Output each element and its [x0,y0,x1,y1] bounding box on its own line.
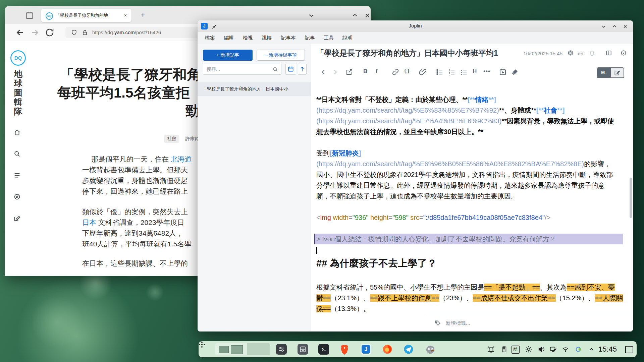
url-scheme: https://dq. [92,29,114,35]
brightness-icon[interactable] [525,346,532,353]
reload-icon[interactable] [45,27,55,38]
browser-tab[interactable]: DQ 「學校是長了獠牙和角的地 × [41,9,131,22]
italic-icon[interactable]: I [375,68,378,76]
brave-browser-icon[interactable] [339,344,350,355]
note-properties-info-icon[interactable] [620,50,627,56]
inline-code-icon[interactable]: {;} [404,68,410,76]
settings-app-icon[interactable] [276,344,287,355]
workspace-2[interactable] [247,343,270,355]
shield-icon[interactable] [71,29,77,36]
telegram-app-icon[interactable] [403,344,414,355]
richtext-editor-button[interactable] [611,68,624,77]
sort-order-button[interactable] [298,64,307,75]
attach-file-icon[interactable] [419,68,427,76]
forward-icon[interactable] [30,27,40,38]
nav-back-icon[interactable] [320,68,328,76]
search-input[interactable]: 搜尋... [203,64,281,75]
numbered-list-icon[interactable] [448,68,456,76]
markdown-editor-button[interactable]: M↓ [597,68,611,77]
tray-expander-chevron-icon[interactable] [588,346,595,353]
firefox-minimize-icon[interactable] [307,11,315,19]
categories-icon[interactable] [13,172,21,179]
clipboard-icon[interactable] [500,346,508,353]
window-preview [219,346,229,353]
search-icon[interactable] [13,150,21,158]
markdown-editor-content[interactable]: **日本文科省對「不登校」定義：由於某些心理、**[**情緒**](https:… [311,81,633,315]
input-method-eye-icon[interactable] [575,346,583,353]
volume-icon[interactable] [538,346,545,353]
tab-close-icon[interactable]: × [122,12,129,19]
spellcheck-globe-icon[interactable] [567,50,574,56]
joplin-maximize-icon[interactable] [611,23,618,29]
article-tag-chip[interactable]: 社會 [164,135,179,143]
insert-datetime-icon[interactable] [499,68,507,76]
checklist-icon[interactable] [460,68,468,76]
plus-icon: + [265,52,267,58]
dq-site-logo[interactable]: DQ [10,50,26,66]
taskbar-clock[interactable]: 15:45 [598,345,617,354]
notifications-bell-icon[interactable] [487,346,495,353]
firefox-view-icon[interactable] [25,11,34,19]
menu-tools[interactable]: 工具 [324,32,334,44]
menu-note[interactable]: 記事 [305,32,315,44]
lock-icon[interactable] [82,29,88,36]
home-icon[interactable] [13,129,21,136]
menu-view[interactable]: 檢視 [243,32,253,44]
note-editor-pane: 「學校是長了獠牙和角的地方」日本國中小每班平均1 16/02/2025 15:4… [311,44,633,331]
menu-file[interactable]: 檔案 [205,32,215,44]
editor-scrollbar-thumb[interactable] [630,178,632,218]
spellcheck-language[interactable]: en [578,51,583,56]
nav-forward-icon[interactable] [331,68,339,76]
bulleted-list-icon[interactable] [436,68,444,76]
hyperlink-icon[interactable] [391,68,399,76]
bold-icon[interactable]: B [363,68,367,76]
ime-label: 酷 [514,347,518,352]
joplin-minimize-icon[interactable] [600,23,607,29]
wifi-icon[interactable] [562,346,569,353]
terminal-app-icon[interactable] [318,344,329,355]
horizontal-rule-icon[interactable]: ••• [483,68,490,76]
desktop: DQ 「學校是長了獠牙和角的地 × + [0,0,644,362]
heading-icon[interactable]: H [473,68,477,76]
joplin-close-icon[interactable] [622,23,629,29]
joplin-taskbar-icon[interactable]: J [361,344,371,355]
firefox-close-icon[interactable] [363,11,371,19]
editor-toolbar: B I {;} H ••• [311,63,633,81]
contribute-pen-icon[interactable] [13,215,21,222]
add-tag-label[interactable]: 新增標籤... [446,320,470,326]
tag-bar: 新增標籤... [424,315,633,331]
workspace-1[interactable] [215,343,247,355]
compass-icon[interactable] [13,193,21,200]
new-todo-label: 新增待辦事項 [269,52,297,58]
show-desktop-button[interactable] [625,346,633,353]
firefox-maximize-icon[interactable] [351,11,359,19]
joplin-menu-bar: 檔案 編輯 檢視 跳轉 記事本 記事 工具 說明 [198,32,633,44]
firefox-taskbar-icon[interactable] [382,344,393,355]
file-manager-icon[interactable] [298,344,308,355]
external-edit-icon[interactable] [345,68,353,76]
gimp-app-icon[interactable] [425,344,436,355]
menu-edit[interactable]: 編輯 [224,32,234,44]
toggle-sort-date-button[interactable] [285,64,296,75]
back-icon[interactable] [15,27,25,38]
menu-help[interactable]: 說明 [342,32,353,44]
alarm-bell-icon[interactable] [589,50,595,56]
new-tab-button[interactable]: + [139,11,147,19]
menu-goto[interactable]: 跳轉 [262,32,272,44]
app-launcher-icon[interactable] [199,341,205,348]
note-list-item[interactable]: 「學校是長了獠牙和角的地方」日本國中小 [198,82,311,96]
window-preview [231,345,243,354]
screenshot-tool-icon[interactable] [549,346,557,353]
note-title-input[interactable]: 「學校是長了獠牙和角的地方」日本國中小每班平均1 [316,48,531,58]
highlighter-pen-icon[interactable] [511,68,519,76]
toggle-layout-icon[interactable] [605,50,612,56]
workspace-pager[interactable] [215,343,270,355]
search-icon[interactable] [272,66,278,72]
editor-mode-toggle: M↓ [597,67,624,78]
tag-icon [434,320,441,326]
new-note-label: 新增記事 [220,52,239,58]
menu-notebook[interactable]: 記事本 [281,32,296,44]
new-note-button[interactable]: + 新增記事 [203,50,253,61]
ime-indicator-icon[interactable]: 酷 [512,346,520,354]
new-todo-button[interactable]: + 新增待辦事項 [257,50,305,61]
